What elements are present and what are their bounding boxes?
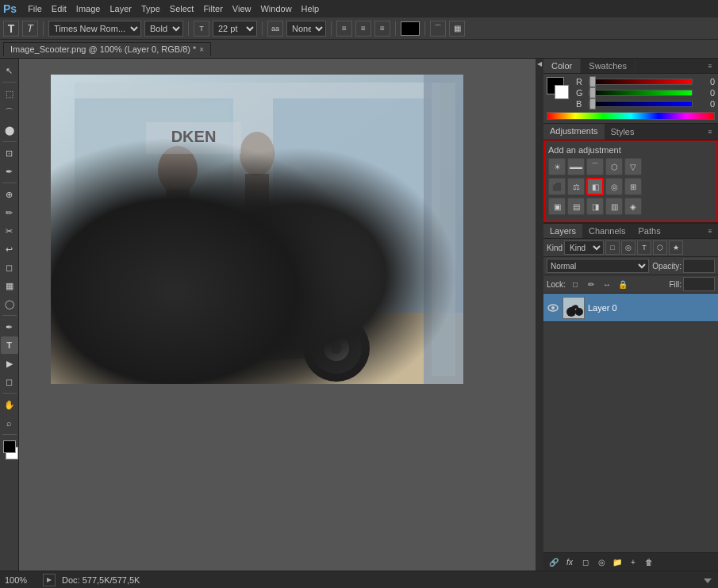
layer-mask-button[interactable]: ◻ (578, 555, 593, 569)
menu-type[interactable]: Type (136, 2, 165, 15)
brush-tool[interactable]: ✏ (1, 204, 18, 221)
eyedropper-tool[interactable]: ✒ (1, 163, 18, 180)
anti-alias-select[interactable]: None (286, 21, 326, 37)
menu-select[interactable]: Select (165, 2, 199, 15)
layer-pixel-icon[interactable]: □ (605, 240, 620, 255)
toggle-panels-icon[interactable]: ▦ (449, 21, 465, 37)
black-white-icon[interactable]: ◧ (586, 178, 604, 195)
shape-tool[interactable]: ◻ (1, 373, 18, 390)
menu-window[interactable]: Window (255, 2, 296, 15)
layer-type-icon[interactable]: T (637, 240, 651, 255)
crop-tool[interactable]: ⊡ (1, 144, 18, 162)
layer-shape-icon[interactable]: ⬡ (653, 240, 667, 255)
color-tab[interactable]: Color (543, 59, 581, 73)
history-brush-tool[interactable]: ↩ (1, 240, 18, 258)
color-panel-menu[interactable]: ≡ (704, 60, 716, 72)
exposure-icon[interactable]: ⬡ (605, 158, 623, 175)
svg-text:DKEN: DKEN (171, 128, 217, 145)
r-slider[interactable] (589, 79, 693, 85)
blend-mode-select[interactable]: Normal (547, 259, 649, 273)
lock-position-icon[interactable]: ✏ (585, 278, 597, 290)
clone-tool[interactable]: ✂ (1, 222, 18, 240)
lock-pixels-icon[interactable]: □ (569, 278, 582, 290)
channels-tab[interactable]: Channels (582, 224, 632, 238)
font-size-select[interactable]: 22 pt (213, 21, 257, 37)
hue-saturation-icon[interactable]: ⬛ (548, 178, 566, 195)
foreground-color[interactable] (3, 440, 16, 453)
b-slider[interactable] (589, 101, 693, 107)
bg-color-swatch[interactable] (555, 85, 569, 99)
new-layer-button[interactable]: + (626, 555, 640, 569)
menu-file[interactable]: File (23, 2, 47, 15)
layer-fx-button[interactable]: fx (562, 555, 577, 569)
type-tool[interactable]: T (1, 336, 18, 354)
layer-kind-select[interactable]: Kind (564, 240, 604, 255)
tab-close-button[interactable]: × (199, 45, 204, 54)
lasso-tool[interactable]: ⌒ (1, 103, 18, 121)
marquee-tool[interactable]: ⬚ (1, 85, 18, 102)
gradient-tool[interactable]: ▦ (1, 277, 18, 294)
text-color-swatch[interactable] (401, 21, 420, 36)
lock-all-icon[interactable]: 🔒 (616, 278, 629, 290)
vibrance-icon[interactable]: ▽ (624, 158, 642, 175)
spectrum-bar[interactable] (547, 112, 715, 120)
selective-color-icon[interactable]: ◈ (624, 198, 642, 215)
font-weight-select[interactable]: Bold (144, 21, 183, 37)
pen-tool[interactable]: ✒ (1, 318, 18, 336)
layer-smart-icon[interactable]: ★ (669, 240, 683, 255)
paths-tab[interactable]: Paths (632, 224, 667, 238)
align-left-icon[interactable]: ≡ (336, 21, 352, 37)
panel-collapse-arrow[interactable]: ◀ (536, 59, 543, 571)
curves-icon[interactable]: ⌒ (586, 158, 604, 175)
fill-input[interactable]: 100% (683, 277, 715, 291)
tool-icon: T (3, 21, 19, 37)
eraser-tool[interactable]: ◻ (1, 259, 18, 276)
menu-help[interactable]: Help (297, 2, 324, 15)
menu-edit[interactable]: Edit (47, 2, 71, 15)
delete-layer-button[interactable]: 🗑 (642, 555, 656, 569)
zoom-status-icon[interactable] (43, 574, 56, 586)
align-center-icon[interactable]: ≡ (355, 21, 371, 37)
move-tool[interactable]: ↖ (1, 62, 18, 79)
warp-text-icon[interactable]: ⌒ (430, 21, 446, 37)
adjustments-tab[interactable]: Adjustments (543, 124, 605, 140)
opacity-input[interactable]: 100% (683, 259, 715, 273)
font-family-select[interactable]: Times New Rom... (48, 21, 141, 37)
styles-tab[interactable]: Styles (605, 125, 641, 139)
document-tab[interactable]: Image_Scooter.png @ 100% (Layer 0, RGB/8… (3, 42, 211, 56)
layer-adjustment-button[interactable]: ◎ (594, 555, 609, 569)
layer-link-button[interactable]: 🔗 (547, 555, 561, 569)
posterize-icon[interactable]: ▤ (567, 198, 585, 215)
levels-icon[interactable]: ▬▬ (567, 158, 585, 175)
align-right-icon[interactable]: ≡ (374, 21, 390, 37)
adj-panel-menu[interactable]: ≡ (704, 125, 716, 138)
menu-image[interactable]: Image (71, 2, 106, 15)
photo-filter-icon[interactable]: ◎ (605, 178, 623, 195)
brightness-contrast-icon[interactable]: ☀ (548, 158, 566, 175)
menu-layer[interactable]: Layer (105, 2, 136, 15)
gradient-map-icon[interactable]: ▥ (605, 198, 623, 215)
hand-tool[interactable]: ✋ (1, 396, 18, 413)
swatches-tab[interactable]: Swatches (581, 59, 635, 73)
layer-group-button[interactable]: 📁 (610, 555, 624, 569)
layer-visibility-icon[interactable] (547, 302, 559, 314)
threshold-icon[interactable]: ◨ (586, 198, 604, 215)
layers-panel-menu[interactable]: ≡ (704, 225, 716, 237)
channel-mixer-icon[interactable]: ⊞ (624, 178, 642, 195)
canvas-area[interactable]: DKEN (19, 59, 536, 571)
layers-tab[interactable]: Layers (543, 224, 582, 238)
quick-selection-tool[interactable]: ⬤ (1, 121, 18, 139)
color-balance-icon[interactable]: ⚖ (567, 178, 585, 195)
menu-view[interactable]: View (228, 2, 256, 15)
g-slider[interactable] (589, 90, 693, 96)
sep3 (262, 21, 263, 36)
healing-tool[interactable]: ⊕ (1, 186, 18, 203)
invert-icon[interactable]: ▣ (548, 198, 566, 215)
lock-move-icon[interactable]: ↔ (601, 278, 613, 290)
layer-item[interactable]: Layer 0 (543, 294, 718, 322)
dodge-tool[interactable]: ◯ (1, 295, 18, 313)
path-selection-tool[interactable]: ▶ (1, 355, 18, 372)
layer-adjust-icon[interactable]: ◎ (621, 240, 635, 255)
zoom-tool[interactable]: ⌕ (1, 414, 18, 432)
menu-filter[interactable]: Filter (198, 2, 227, 15)
